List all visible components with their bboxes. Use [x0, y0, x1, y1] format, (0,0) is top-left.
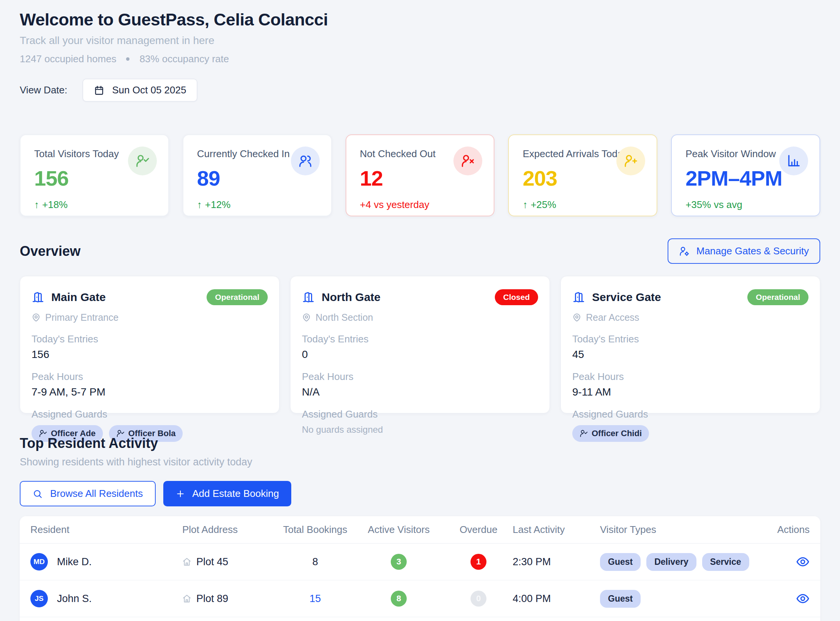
todays-entries-value: 45	[572, 348, 808, 361]
active-visitors-badge: 3	[391, 554, 407, 570]
last-activity: 4:00 PM	[513, 593, 600, 605]
avatar: JS	[30, 590, 48, 607]
todays-entries-value: 156	[32, 348, 268, 361]
plus-icon	[175, 489, 185, 499]
todays-entries-label: Today's Entries	[302, 333, 538, 345]
gate-title: Main Gate	[32, 291, 106, 304]
stat-card-currently-checked-in: Currently Checked In89↑+12%	[183, 134, 332, 216]
overdue-badge: 1	[471, 554, 486, 570]
stat-card-trend-text: +18%	[42, 199, 68, 211]
door-icon	[572, 291, 585, 304]
peak-hours-label: Peak Hours	[302, 371, 538, 383]
door-icon	[302, 291, 315, 304]
gate-status-badge: Operational	[207, 289, 268, 305]
search-icon	[33, 489, 43, 499]
user-check-icon	[128, 147, 157, 175]
plot-address-cell: Plot 89	[182, 593, 277, 605]
todays-entries-field: Today's Entries45	[572, 333, 808, 361]
column-header-overdue: Overdue	[444, 524, 513, 536]
view-details-button[interactable]	[796, 592, 810, 605]
visitor-types-cell: Guest	[600, 590, 775, 608]
gate-title: North Gate	[302, 291, 381, 304]
peak-hours-value: N/A	[302, 386, 538, 398]
view-details-button[interactable]	[796, 555, 810, 569]
add-estate-booking-label: Add Estate Booking	[192, 488, 279, 500]
todays-entries-label: Today's Entries	[32, 333, 268, 345]
gate-card-service-gate: Service GateOperationalRear AccessToday'…	[561, 276, 820, 413]
bar-chart-icon	[779, 147, 808, 175]
resident-activity-table: Resident Plot Address Total Bookings Act…	[20, 516, 820, 621]
peak-hours-field: Peak Hours9-11 AM	[572, 371, 808, 398]
peak-hours-label: Peak Hours	[572, 371, 808, 383]
gate-name: Main Gate	[51, 291, 106, 304]
assigned-guards-field: Assigned GuardsOfficer Chidi	[572, 408, 808, 442]
peak-hours-label: Peak Hours	[32, 371, 268, 383]
assigned-guards-label: Assigned Guards	[302, 408, 538, 420]
column-header-active-visitors: Active Visitors	[353, 524, 444, 536]
assigned-guards-row: Officer Chidi	[572, 425, 808, 442]
overdue-cell: 0	[444, 591, 513, 607]
gate-card-header: Main GateOperational	[32, 289, 268, 305]
stat-card-trend: +4 vs yesterday	[360, 199, 480, 211]
total-bookings[interactable]: 15	[277, 593, 353, 605]
stat-card-expected-arrivals-today: Expected Arrivals Today203↑+25%	[508, 134, 657, 216]
active-visitors-cell: 8	[353, 591, 444, 607]
page-header: Welcome to GuestPass, Celia Colancci Tra…	[20, 10, 820, 102]
gate-location: Primary Entrance	[32, 312, 268, 323]
browse-all-residents-button[interactable]: Browse All Residents	[20, 481, 156, 506]
gate-card-main-gate: Main GateOperationalPrimary EntranceToda…	[20, 276, 279, 413]
visitor-type-pill: Delivery	[646, 553, 696, 571]
overdue-cell: 1	[444, 554, 513, 570]
resident-cell: MDMike D.	[30, 553, 182, 571]
stat-card-trend-text: +25%	[531, 199, 556, 211]
stat-cards-row: Total Visitors Today156↑+18%Currently Ch…	[20, 134, 820, 216]
gate-title: Service Gate	[572, 291, 661, 304]
plot-address: Plot 89	[196, 593, 228, 605]
gate-card-header: Service GateOperational	[572, 289, 808, 305]
manage-gates-security-label: Manage Gates & Security	[696, 245, 809, 257]
user-gear-icon	[679, 246, 690, 257]
gate-location: North Section	[302, 312, 538, 323]
resident-name: Mike D.	[57, 556, 92, 568]
overview-heading: Overview	[20, 243, 81, 259]
avatar: MD	[30, 553, 48, 571]
gate-location-text: Rear Access	[586, 312, 639, 323]
date-picker-button[interactable]: Sun Oct 05 2025	[82, 79, 197, 102]
gate-name: Service Gate	[592, 291, 661, 304]
table-row-mike-d: MDMike D.Plot 458312:30 PMGuestDeliveryS…	[20, 544, 820, 580]
guard-name: Officer Chidi	[592, 429, 642, 438]
occupancy-rate-text: 83% occupancy rate	[139, 53, 229, 65]
gate-status-badge: Operational	[747, 289, 808, 305]
table-row-lisa-c: LCLisa C.Plot 2346203:15 PMGuestVendor	[20, 617, 820, 621]
stat-card-peak-visitor-window: Peak Visitor Window2PM–4PM+35% vs avg	[671, 134, 820, 216]
view-date-row: View Date: Sun Oct 05 2025	[20, 79, 820, 102]
calendar-icon	[94, 85, 104, 96]
stat-card-trend: ↑+18%	[34, 199, 155, 211]
visitor-types-cell: GuestDeliveryService	[600, 553, 775, 571]
last-activity: 2:30 PM	[513, 556, 600, 568]
add-estate-booking-button[interactable]: Add Estate Booking	[163, 481, 291, 506]
manage-gates-security-button[interactable]: Manage Gates & Security	[668, 238, 820, 264]
eye-icon	[796, 555, 810, 569]
active-visitors-cell: 3	[353, 554, 444, 570]
stat-card-trend: ↑+25%	[523, 199, 643, 211]
gate-card-north-gate: North GateClosedNorth SectionToday's Ent…	[290, 276, 550, 413]
active-visitors-badge: 8	[391, 591, 407, 607]
occupied-homes-text: 1247 occupied homes	[20, 53, 116, 65]
column-header-total-bookings: Total Bookings	[277, 524, 353, 536]
assigned-guards-field: Assigned GuardsNo guards assigned	[302, 408, 538, 435]
resident-cell: JSJohn S.	[30, 590, 182, 607]
table-row-john-s: JSJohn S.Plot 8915804:00 PMGuest	[20, 580, 820, 617]
map-pin-icon	[302, 313, 311, 322]
todays-entries-field: Today's Entries0	[302, 333, 538, 361]
overview-section-header: Overview Manage Gates & Security	[20, 238, 820, 264]
map-pin-icon	[32, 313, 41, 322]
user-x-icon	[453, 147, 482, 175]
user-plus-icon	[616, 147, 645, 175]
column-header-visitor-types: Visitor Types	[600, 524, 775, 536]
gate-location-text: Primary Entrance	[45, 312, 118, 323]
column-header-plot-address: Plot Address	[182, 524, 277, 536]
users-icon	[291, 147, 320, 175]
peak-hours-field: Peak HoursN/A	[302, 371, 538, 398]
todays-entries-label: Today's Entries	[572, 333, 808, 345]
